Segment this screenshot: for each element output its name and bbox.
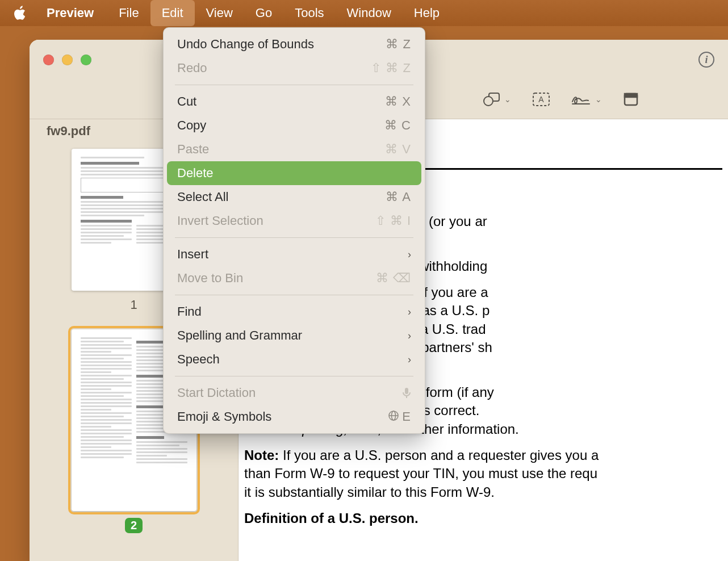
menu-start-dictation: Start Dictation: [167, 381, 421, 405]
inspector-info-icon[interactable]: i: [698, 52, 714, 68]
content-line: Definition of a U.S. person.: [244, 509, 722, 527]
menubar-app-name[interactable]: Preview: [47, 0, 107, 26]
submenu-arrow-icon: ›: [408, 249, 411, 261]
submenu-arrow-icon: ›: [408, 306, 411, 318]
menu-emoji-symbols[interactable]: Emoji & Symbols E: [167, 405, 421, 429]
edit-menu-dropdown: Undo Change of Bounds ⌘ Z Redo ⇧ ⌘ Z Cut…: [163, 27, 425, 434]
menu-cut[interactable]: Cut ⌘ X: [167, 90, 421, 114]
svg-rect-6: [625, 94, 637, 97]
fullscreen-button[interactable]: [81, 55, 91, 65]
page-number-2: 2: [47, 518, 221, 533]
menubar-item-window[interactable]: Window: [336, 0, 403, 26]
shortcut-label: ⌘ ⌫: [376, 271, 411, 286]
shortcut-label: ⌘ V: [385, 142, 411, 157]
shapes-tool[interactable]: ⌄: [483, 92, 511, 107]
minimize-button[interactable]: [62, 55, 73, 65]
menu-separator: [175, 295, 413, 295]
content-note: Note: If you are a U.S. person and a req…: [244, 446, 722, 501]
svg-rect-7: [405, 388, 408, 394]
traffic-lights: [43, 55, 91, 65]
menu-paste: Paste ⌘ V: [167, 137, 421, 161]
menubar-item-go[interactable]: Go: [244, 0, 283, 26]
menu-separator: [175, 376, 413, 376]
shortcut-label: ⌘ Z: [386, 37, 411, 52]
text-tool[interactable]: A: [533, 93, 550, 106]
menu-find[interactable]: Find ›: [167, 300, 421, 324]
apple-menu-icon[interactable]: [14, 6, 26, 20]
svg-text:A: A: [538, 95, 544, 104]
shortcut-label: E: [388, 409, 411, 424]
submenu-arrow-icon: ›: [408, 354, 411, 366]
menubar-item-help[interactable]: Help: [403, 0, 451, 26]
menu-separator: [175, 85, 413, 85]
menu-speech[interactable]: Speech ›: [167, 348, 421, 371]
adjust-tool[interactable]: [624, 93, 638, 106]
menu-insert[interactable]: Insert ›: [167, 242, 421, 266]
menu-invert-selection: Invert Selection ⇧ ⌘ I: [167, 209, 421, 233]
shortcut-label: ⌘ X: [385, 94, 411, 109]
chevron-down-icon: ⌄: [504, 95, 511, 104]
menubar-item-edit[interactable]: Edit: [150, 0, 195, 26]
menubar-item-file[interactable]: File: [107, 0, 150, 26]
svg-point-1: [484, 97, 493, 106]
menu-separator: [175, 237, 413, 238]
menu-delete[interactable]: Delete: [167, 161, 421, 185]
shortcut-label: ⇧ ⌘ Z: [371, 61, 411, 76]
menu-undo[interactable]: Undo Change of Bounds ⌘ Z: [167, 32, 421, 56]
shortcut-label: ⌘ C: [384, 118, 411, 133]
menu-spelling-grammar[interactable]: Spelling and Grammar ›: [167, 324, 421, 348]
menu-redo: Redo ⇧ ⌘ Z: [167, 56, 421, 80]
microphone-icon: [402, 387, 411, 399]
shortcut-label: ⌘ A: [386, 190, 411, 204]
selected-page-badge: 2: [125, 518, 143, 533]
shortcut-label: ⇧ ⌘ I: [375, 213, 411, 228]
globe-icon: [388, 411, 399, 424]
system-menubar: Preview File Edit View Go Tools Window H…: [0, 0, 728, 26]
menu-select-all[interactable]: Select All ⌘ A: [167, 185, 421, 209]
menubar-item-tools[interactable]: Tools: [283, 0, 335, 26]
menubar-item-view[interactable]: View: [195, 0, 244, 26]
close-button[interactable]: [43, 55, 54, 65]
menu-move-to-bin: Move to Bin ⌘ ⌫: [167, 266, 421, 290]
submenu-arrow-icon: ›: [408, 330, 411, 342]
sign-tool[interactable]: ⌄: [571, 94, 602, 105]
menu-copy[interactable]: Copy ⌘ C: [167, 114, 421, 137]
chevron-down-icon: ⌄: [595, 95, 602, 104]
